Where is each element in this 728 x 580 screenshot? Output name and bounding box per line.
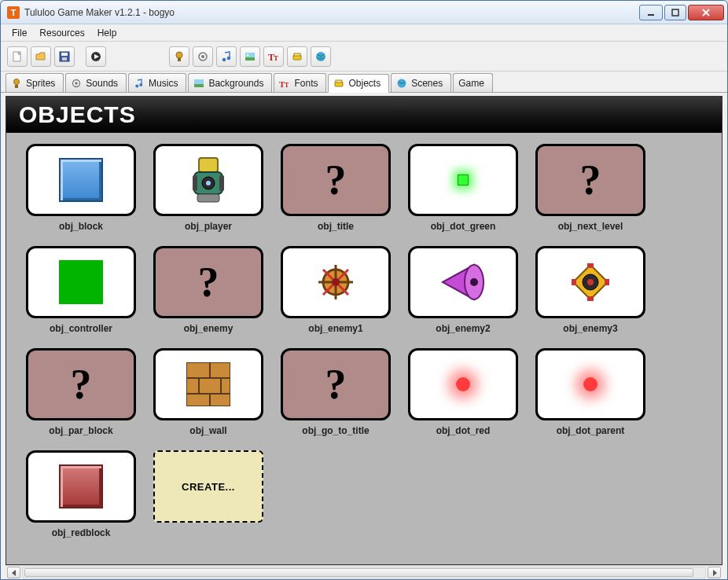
svg-point-13	[201, 55, 204, 58]
file-icon	[11, 50, 24, 63]
svg-rect-41	[193, 175, 197, 191]
svg-rect-6	[61, 53, 68, 56]
tab-scenes[interactable]: Scenes	[391, 73, 451, 92]
create-button[interactable]: CREATE...	[153, 450, 263, 523]
tab-musics[interactable]: Musics	[128, 73, 186, 92]
maximize-button[interactable]	[664, 5, 686, 20]
object-cell: obj_enemy3	[527, 246, 654, 334]
object-thumbnail[interactable]: ?	[281, 144, 391, 216]
app-window: T Tululoo Game Maker v1.2.1 - bogyo File…	[0, 0, 728, 580]
question-icon: ?	[71, 360, 92, 409]
toolbar-fonts-button[interactable]: TT	[263, 46, 284, 67]
object-thumbnail[interactable]	[26, 450, 136, 523]
objects-panel: OBJECTS obj_blockobj_player?obj_titleobj…	[6, 96, 722, 565]
object-label: obj_par_block	[49, 425, 112, 436]
panel-title: OBJECTS	[6, 97, 722, 133]
toolbar-open-button[interactable]	[31, 46, 51, 67]
object-thumbnail[interactable]	[153, 144, 263, 216]
svg-rect-42	[219, 175, 224, 191]
menu-help[interactable]: Help	[91, 26, 123, 40]
toolbar-objects-button[interactable]	[287, 46, 307, 67]
tab-fonts[interactable]: TTFonts	[274, 73, 326, 92]
object-thumbnail[interactable]	[26, 144, 136, 216]
toolbar-sounds-button[interactable]	[193, 46, 213, 67]
object-thumbnail[interactable]	[281, 246, 391, 318]
object-thumbnail[interactable]	[408, 348, 518, 420]
tab-backgrounds[interactable]: Backgrounds	[188, 73, 272, 92]
toolbar-run-button[interactable]	[86, 46, 106, 67]
tab-sprites[interactable]: Sprites	[6, 73, 64, 92]
svg-point-29	[139, 83, 142, 86]
svg-text:T: T	[274, 54, 278, 62]
tab-game[interactable]: Game	[453, 73, 493, 92]
object-thumbnail[interactable]: ?	[153, 246, 263, 318]
object-cell: obj_enemy2	[399, 246, 527, 334]
toolbar-new-button[interactable]	[7, 46, 28, 67]
object-thumbnail[interactable]: ?	[535, 144, 645, 216]
menu-file[interactable]: File	[6, 26, 33, 40]
svg-rect-56	[587, 263, 594, 268]
scene-icon	[314, 50, 327, 63]
object-thumbnail[interactable]	[535, 348, 645, 420]
toolbar-save-button[interactable]	[54, 46, 75, 67]
window-title: Tululoo Game Maker v1.2.1 - bogyo	[24, 7, 175, 18]
tab-sounds[interactable]: Sounds	[65, 73, 127, 92]
menu-resources[interactable]: Resources	[33, 26, 90, 40]
object-label: obj_redblock	[52, 527, 111, 538]
save-icon	[58, 50, 71, 63]
tab-objects[interactable]: Objects	[328, 74, 389, 93]
svg-point-27	[75, 82, 78, 84]
object-cell: ?obj_go_to_title	[272, 348, 399, 436]
object-thumbnail[interactable]	[408, 246, 518, 318]
object-cell: ?obj_next_level	[527, 144, 654, 232]
scroll-track[interactable]	[22, 567, 706, 578]
sound-icon	[197, 50, 209, 63]
music-icon	[220, 50, 233, 63]
close-button[interactable]	[688, 5, 724, 20]
svg-rect-43	[197, 194, 219, 202]
toolbar-sprites-button[interactable]	[169, 46, 189, 67]
svg-point-18	[247, 53, 249, 56]
object-thumbnail[interactable]: ?	[26, 348, 136, 420]
scroll-left-button[interactable]	[7, 567, 20, 578]
music-icon	[134, 78, 145, 89]
object-cell: obj_redblock	[17, 450, 145, 538]
titlebar: T Tululoo Game Maker v1.2.1 - bogyo	[1, 1, 727, 24]
create-cell: CREATE...	[145, 450, 272, 538]
close-icon	[701, 9, 711, 17]
maximize-icon	[671, 9, 679, 17]
object-thumbnail[interactable]	[408, 144, 518, 216]
object-label: obj_enemy2	[436, 323, 490, 334]
object-cell: ?obj_title	[272, 144, 399, 232]
scroll-thumb[interactable]	[24, 568, 693, 577]
object-cell: obj_controller	[17, 246, 145, 334]
object-thumbnail[interactable]: ?	[281, 348, 391, 420]
object-label: obj_enemy	[184, 323, 233, 334]
svg-point-28	[135, 84, 138, 87]
minimize-button[interactable]	[639, 5, 663, 20]
question-icon: ?	[325, 156, 347, 204]
svg-rect-11	[178, 58, 181, 61]
object-thumbnail[interactable]	[153, 348, 263, 420]
horizontal-scrollbar[interactable]	[6, 565, 722, 579]
object-cell: obj_wall	[145, 348, 272, 436]
scroll-right-button[interactable]	[708, 567, 721, 578]
question-icon: ?	[580, 156, 601, 204]
question-icon: ?	[198, 258, 219, 307]
toolbar-backgrounds-button[interactable]	[240, 46, 260, 67]
object-cell: ?obj_par_block	[17, 348, 145, 436]
svg-rect-1	[672, 9, 678, 16]
object-icon	[333, 78, 344, 89]
content-wrap: OBJECTS obj_blockobj_player?obj_titleobj…	[1, 92, 727, 579]
object-thumbnail[interactable]	[26, 246, 136, 318]
svg-point-40	[206, 181, 211, 185]
toolbar-scenes-button[interactable]	[311, 46, 331, 67]
svg-rect-25	[15, 85, 18, 88]
create-label: CREATE...	[182, 481, 235, 493]
object-thumbnail[interactable]	[535, 246, 645, 318]
object-label: obj_wall	[189, 425, 226, 436]
background-icon	[193, 78, 204, 89]
object-label: obj_dot_red	[436, 425, 491, 436]
question-icon: ?	[325, 360, 347, 409]
toolbar-musics-button[interactable]	[216, 46, 237, 67]
